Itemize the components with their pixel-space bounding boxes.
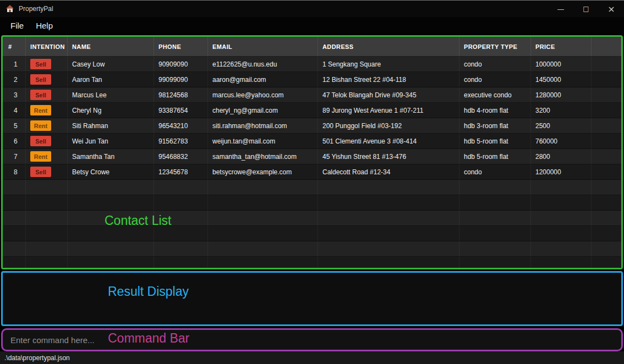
empty-cell: [459, 257, 531, 269]
column-header-price[interactable]: PRICE: [531, 37, 592, 56]
empty-cell: [531, 257, 592, 269]
cell-price: 1280000: [531, 87, 592, 102]
intention-badge: Rent: [30, 151, 51, 162]
cell-address: 45 Yishun Street 81 #13-476: [318, 149, 459, 164]
cell-name: Cheryl Ng: [68, 103, 154, 118]
maximize-button[interactable]: □: [573, 1, 599, 17]
cell-address: 12 Bishan Street 22 #04-118: [318, 72, 459, 87]
table-row[interactable]: 4RentCheryl Ng93387654cheryl_ng@gmail.co…: [3, 103, 621, 118]
cell-email: betsycrowe@example.com: [208, 164, 318, 179]
command-bar-panel: [1, 328, 623, 351]
cell-property-type: hdb 5-room flat: [459, 149, 531, 164]
empty-cell: [459, 226, 531, 241]
command-input[interactable]: [3, 330, 621, 350]
cell-index: 4: [3, 103, 26, 118]
empty-cell: [3, 241, 26, 256]
cell-price: 2800: [531, 149, 592, 164]
empty-cell: [26, 241, 68, 256]
status-bar: .\data\propertypal.json: [0, 351, 624, 364]
empty-cell: [318, 211, 459, 225]
cell-filler: [592, 57, 621, 71]
table-row[interactable]: 3SellMarcus Lee98124568marcus.lee@yahoo.…: [3, 87, 621, 103]
cell-index: 5: [3, 118, 26, 133]
empty-cell: [68, 180, 154, 195]
empty-cell: [68, 257, 154, 269]
table-row[interactable]: 6SellWei Jun Tan91562783weijun.tan@mail.…: [3, 134, 621, 149]
column-header-address[interactable]: ADDRESS: [318, 37, 459, 56]
contact-table-body: 1SellCasey Low90909090e1122625@u.nus.edu…: [3, 57, 621, 269]
table-row[interactable]: 8SellBetsy Crowe12345678betsycrowe@examp…: [3, 164, 621, 180]
column-header-filler: [592, 37, 621, 56]
cell-property-type: hdb 4-room flat: [459, 103, 531, 118]
cell-filler: [592, 72, 621, 87]
empty-cell: [26, 226, 68, 241]
cell-index: 6: [3, 134, 26, 148]
cell-property-type: hdb 5-room flat: [459, 134, 531, 148]
empty-cell: [3, 211, 26, 225]
empty-cell: [318, 180, 459, 195]
table-row[interactable]: 2SellAaron Tan99099090aaron@gmail.com12 …: [3, 72, 621, 87]
empty-cell: [154, 226, 208, 241]
empty-cell: [459, 180, 531, 195]
cell-address: 501 Clementi Avenue 3 #08-414: [318, 134, 459, 148]
empty-cell: [208, 226, 318, 241]
house-icon: [6, 4, 14, 13]
column-header-index[interactable]: #: [3, 37, 26, 56]
column-header-email[interactable]: EMAIL: [208, 37, 318, 56]
cell-index: 8: [3, 164, 26, 179]
intention-badge: Rent: [30, 120, 51, 131]
empty-cell: [154, 241, 208, 256]
cell-intention: Sell: [26, 164, 68, 179]
column-header-property-type[interactable]: PROPERTY TYPE: [459, 37, 531, 56]
cell-phone: 90909090: [154, 57, 208, 71]
empty-cell: [26, 257, 68, 269]
cell-phone: 12345678: [154, 164, 208, 179]
empty-cell: [318, 241, 459, 256]
cell-intention: Rent: [26, 118, 68, 133]
cell-index: 2: [3, 72, 26, 87]
cell-filler: [592, 103, 621, 118]
table-row[interactable]: 7RentSamantha Tan95468832samantha_tan@ho…: [3, 149, 621, 164]
table-row[interactable]: 1SellCasey Low90909090e1122625@u.nus.edu…: [3, 57, 621, 72]
table-header-row: # INTENTION NAME PHONE EMAIL ADDRESS PRO…: [3, 37, 621, 57]
cell-property-type: condo: [459, 72, 531, 87]
empty-cell: [3, 257, 26, 269]
empty-cell: [3, 180, 26, 195]
intention-badge: Sell: [30, 136, 51, 146]
cell-property-type: hdb 3-room flat: [459, 118, 531, 133]
cell-phone: 95468832: [154, 149, 208, 164]
empty-cell: [208, 241, 318, 256]
empty-cell: [68, 211, 154, 225]
minimize-button[interactable]: —: [548, 1, 573, 17]
column-header-intention[interactable]: INTENTION: [26, 37, 68, 56]
cell-intention: Rent: [26, 103, 68, 118]
close-button[interactable]: ×: [599, 1, 624, 17]
result-display-panel: [1, 271, 623, 326]
menu-file[interactable]: File: [4, 19, 30, 32]
cell-address: 1 Sengkang Square: [318, 57, 459, 71]
empty-cell: [592, 180, 621, 195]
empty-cell: [531, 241, 592, 256]
empty-cell: [26, 211, 68, 225]
empty-cell: [208, 257, 318, 269]
empty-cell: [3, 226, 26, 241]
empty-cell: [318, 195, 459, 210]
menu-help[interactable]: Help: [30, 19, 59, 32]
menu-bar: File Help: [0, 17, 624, 34]
empty-cell: [592, 211, 621, 225]
empty-cell: [26, 195, 68, 210]
empty-cell: [459, 195, 531, 210]
empty-cell: [592, 257, 621, 269]
column-header-name[interactable]: NAME: [68, 37, 154, 56]
empty-cell: [154, 211, 208, 225]
column-header-phone[interactable]: PHONE: [154, 37, 208, 56]
cell-phone: 99099090: [154, 72, 208, 87]
cell-email: e1122625@u.nus.edu: [208, 57, 318, 71]
cell-price: 2500: [531, 118, 592, 133]
cell-name: Samantha Tan: [68, 149, 154, 164]
cell-price: 1000000: [531, 57, 592, 71]
intention-badge: Rent: [30, 105, 51, 115]
empty-cell: [459, 211, 531, 225]
table-row[interactable]: 5RentSiti Rahman96543210siti.rahman@hotm…: [3, 118, 621, 134]
empty-cell: [154, 195, 208, 210]
